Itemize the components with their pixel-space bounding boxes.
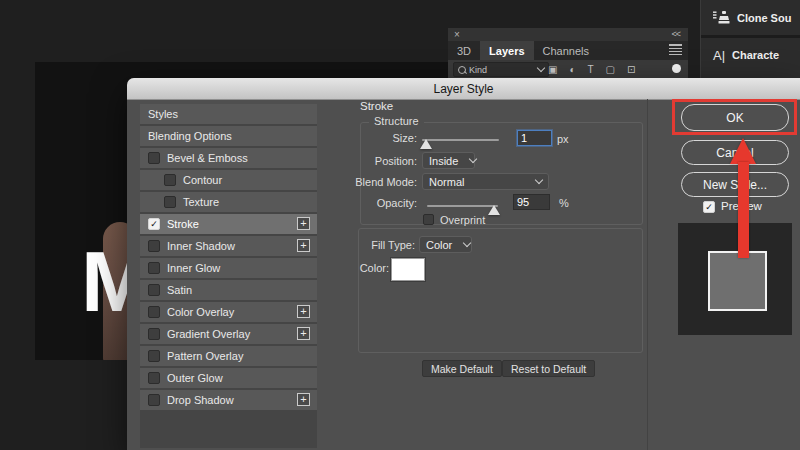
color-label: Color: — [327, 262, 389, 274]
new-style-button[interactable]: New Style... — [681, 172, 789, 197]
make-default-button[interactable]: Make Default — [422, 360, 502, 377]
structure-group-label: Structure — [369, 115, 424, 127]
style-item-color-overlay[interactable]: Color Overlay+ — [140, 302, 317, 322]
chevron-down-icon — [535, 176, 543, 184]
style-item-label: Inner Glow — [167, 262, 220, 274]
dialog-titlebar[interactable]: Layer Style — [127, 78, 800, 100]
style-item-label: Blending Options — [148, 130, 232, 142]
style-item-label: Inner Shadow — [167, 240, 235, 252]
styles-list: StylesBlending OptionsBevel & EmbossCont… — [140, 104, 317, 448]
docked-panels: Clone Sou A| Characte — [700, 0, 800, 78]
character-label: Characte — [732, 49, 779, 61]
size-label: Size: — [337, 132, 417, 144]
style-item-label: Pattern Overlay — [167, 350, 243, 362]
pixel-layer-filter-icon[interactable]: ▣ — [548, 64, 557, 75]
checked-checkbox[interactable]: ✓ — [148, 218, 160, 230]
layer-filter-kind-dropdown[interactable]: Kind — [453, 62, 549, 77]
type-layer-filter-icon[interactable]: T — [588, 64, 594, 75]
style-preview-thumbnail — [678, 223, 792, 335]
unchecked-checkbox[interactable] — [148, 262, 160, 274]
style-item-pattern-overlay[interactable]: Pattern Overlay — [140, 346, 317, 366]
size-input[interactable]: 1 — [517, 130, 552, 146]
unchecked-checkbox[interactable] — [148, 372, 160, 384]
blend-mode-label: Blend Mode: — [337, 176, 417, 188]
size-unit-label: px — [557, 133, 577, 145]
stroke-heading: Stroke — [360, 100, 393, 112]
blend-mode-value: Normal — [429, 176, 464, 188]
style-item-label: Texture — [183, 196, 219, 208]
filter-toggle-icon[interactable] — [672, 64, 681, 73]
style-item-satin[interactable]: Satin — [140, 280, 317, 300]
stroke-color-swatch[interactable] — [391, 258, 425, 281]
blend-mode-dropdown[interactable]: Normal — [422, 173, 549, 190]
unchecked-checkbox[interactable] — [148, 152, 160, 164]
opacity-input[interactable]: 95 — [513, 194, 550, 210]
style-item-outer-glow[interactable]: Outer Glow — [140, 368, 317, 388]
ok-highlight-box — [672, 99, 797, 135]
close-icon[interactable]: × — [454, 28, 460, 41]
unchecked-checkbox[interactable] — [148, 394, 160, 406]
tab-layers[interactable]: Layers — [480, 41, 533, 60]
fill-type-dropdown[interactable]: Color — [419, 236, 472, 253]
style-item-label: Color Overlay — [167, 306, 234, 318]
style-item-label: Satin — [167, 284, 192, 296]
style-item-stroke[interactable]: ✓Stroke+ — [140, 214, 317, 234]
add-effect-instance-icon[interactable]: + — [297, 217, 310, 230]
size-slider-thumb[interactable] — [420, 139, 432, 149]
unchecked-checkbox[interactable] — [164, 196, 176, 208]
layers-filter-bar: Kind ▣◐T▢⊡ — [448, 60, 688, 78]
unchecked-checkbox[interactable] — [148, 328, 160, 340]
red-arrow-shaft — [738, 162, 749, 258]
style-item-label: Drop Shadow — [167, 394, 234, 406]
style-item-styles[interactable]: Styles — [140, 104, 317, 124]
style-item-contour[interactable]: Contour — [140, 170, 317, 190]
layers-panel-header: × << — [448, 28, 688, 41]
position-label: Position: — [337, 155, 417, 167]
add-effect-instance-icon[interactable]: + — [297, 239, 310, 252]
opacity-slider[interactable] — [427, 205, 498, 207]
unchecked-checkbox[interactable] — [148, 306, 160, 318]
unchecked-checkbox[interactable] — [148, 350, 160, 362]
style-item-label: Outer Glow — [167, 372, 223, 384]
unchecked-checkbox[interactable] — [148, 284, 160, 296]
smart-object-filter-icon[interactable]: ⊡ — [627, 64, 635, 75]
style-item-label: Contour — [183, 174, 222, 186]
position-dropdown[interactable]: Inside — [422, 152, 475, 169]
style-item-label: Bevel & Emboss — [167, 152, 248, 164]
adjustment-layer-filter-icon[interactable]: ◐ — [569, 64, 575, 75]
shape-layer-filter-icon[interactable]: ▢ — [606, 64, 615, 75]
overprint-checkbox[interactable] — [423, 214, 434, 225]
style-item-blending-options[interactable]: Blending Options — [140, 126, 317, 146]
preview-checkbox[interactable]: ✓ — [703, 201, 715, 213]
section-divider — [647, 99, 648, 450]
add-effect-instance-icon[interactable]: + — [297, 305, 310, 318]
dialog-title: Layer Style — [433, 82, 493, 96]
opacity-unit-label: % — [559, 197, 575, 209]
style-item-inner-glow[interactable]: Inner Glow — [140, 258, 317, 278]
layers-panel: × << 3DLayersChannels Kind ▣◐T▢⊡ — [448, 28, 688, 78]
fill-type-label: Fill Type: — [335, 239, 415, 251]
layer-style-dialog: Layer Style StylesBlending OptionsBevel … — [127, 78, 800, 450]
clone-source-label: Clone Sou — [737, 12, 791, 24]
fill-type-value: Color — [426, 239, 452, 251]
reset-to-default-button[interactable]: Reset to Default — [502, 360, 595, 377]
style-item-texture[interactable]: Texture — [140, 192, 317, 212]
size-slider[interactable] — [422, 139, 499, 141]
unchecked-checkbox[interactable] — [164, 174, 176, 186]
add-effect-instance-icon[interactable]: + — [297, 393, 310, 406]
style-item-bevel-emboss[interactable]: Bevel & Emboss — [140, 148, 317, 168]
style-item-inner-shadow[interactable]: Inner Shadow+ — [140, 236, 317, 256]
panel-menu-icon[interactable] — [669, 44, 682, 55]
tab-channels[interactable]: Channels — [534, 41, 598, 60]
character-panel-tab[interactable]: A| Characte — [701, 38, 800, 72]
tab-3d[interactable]: 3D — [448, 41, 480, 60]
clone-source-panel-tab[interactable]: Clone Sou — [701, 0, 800, 38]
position-value: Inside — [429, 155, 458, 167]
style-item-gradient-overlay[interactable]: Gradient Overlay+ — [140, 324, 317, 344]
opacity-label: Opacity: — [337, 197, 417, 209]
style-item-drop-shadow[interactable]: Drop Shadow+ — [140, 390, 317, 410]
unchecked-checkbox[interactable] — [148, 240, 160, 252]
collapse-panel-icon[interactable]: << — [671, 28, 680, 41]
style-item-label: Stroke — [167, 218, 199, 230]
add-effect-instance-icon[interactable]: + — [297, 327, 310, 340]
